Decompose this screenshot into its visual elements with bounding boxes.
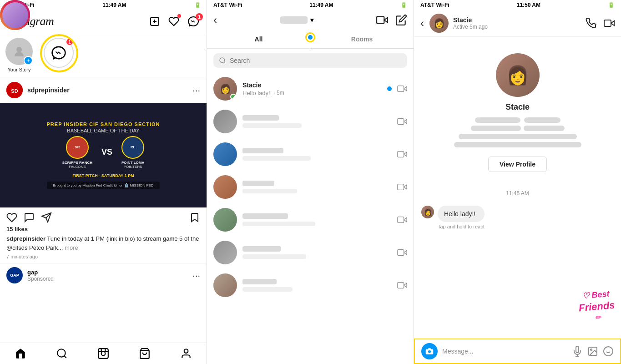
messages-tabs: All Rooms xyxy=(207,30,414,49)
svg-rect-19 xyxy=(377,16,384,23)
chat-back-button[interactable]: ‹ xyxy=(420,17,424,30)
team1-abbr: SR xyxy=(75,145,80,149)
sponsor-avatar-text: GAP xyxy=(10,273,19,278)
chat-message-avatar: 👩 xyxy=(421,206,434,218)
comment-button[interactable] xyxy=(24,212,35,223)
chat-tap-hint: Tap and hold to react xyxy=(438,224,485,229)
blur-6 xyxy=(454,142,581,147)
bookmark-button[interactable] xyxy=(189,212,200,223)
conversation-stacie[interactable]: 👩 Stacie Hello lady!! · 5m xyxy=(207,72,414,105)
conversation-4[interactable] xyxy=(207,171,414,203)
team2-name: POINT LOMA xyxy=(121,161,144,165)
chat-input-bar xyxy=(414,339,621,364)
msg-carrier: AT&T Wi-Fi xyxy=(213,2,242,8)
blur-5 xyxy=(459,134,577,139)
home-nav-button[interactable] xyxy=(15,348,26,359)
blur-row-1 xyxy=(475,117,560,123)
content-7 xyxy=(242,279,392,292)
chat-camera-button[interactable] xyxy=(421,343,438,359)
stacie-camera-icon[interactable] xyxy=(397,84,407,94)
chat-sticker-button[interactable] xyxy=(603,346,614,357)
preview-blur-6 xyxy=(242,254,306,259)
preview-blur-5 xyxy=(242,222,315,226)
chat-phone-button[interactable] xyxy=(586,18,596,29)
chat-panel: AT&T Wi-Fi 11:50 AM 🔋 ‹ 👩 Stacie Active … xyxy=(414,0,621,364)
msg-time: 11:49 AM xyxy=(309,2,333,8)
camera-icon-5[interactable] xyxy=(397,215,407,225)
chat-bubble[interactable]: Hello lady!! xyxy=(438,206,485,222)
stacie-avatar: 👩 xyxy=(213,77,237,101)
msg-video-button[interactable] xyxy=(376,14,388,26)
team1-name: SCRIPPS RANCH xyxy=(62,161,92,165)
content-4 xyxy=(242,181,392,193)
preview-blur-7 xyxy=(242,287,293,292)
chat-mic-button[interactable] xyxy=(572,346,583,357)
chat-battery: 🔋 xyxy=(608,2,615,8)
like-button[interactable] xyxy=(6,212,17,223)
conversation-2[interactable] xyxy=(207,105,414,138)
chat-user-info: Stacie Active 5m ago xyxy=(453,16,488,30)
tab-rooms[interactable]: Rooms xyxy=(310,30,414,48)
add-story-button[interactable]: + xyxy=(24,56,33,65)
camera-icon-2[interactable] xyxy=(397,116,407,126)
messenger-story-item[interactable]: 1 xyxy=(44,38,74,72)
chat-video-button[interactable] xyxy=(604,18,615,29)
preview-blur-3 xyxy=(242,156,311,161)
team1-logo: SR xyxy=(66,136,89,159)
camera-icon-4[interactable] xyxy=(397,182,407,192)
post-avatar: SD xyxy=(6,82,23,98)
conversation-5[interactable] xyxy=(207,203,414,236)
tab-all[interactable]: All xyxy=(207,30,310,48)
messages-header-center: ▾ xyxy=(280,16,313,24)
search-nav-button[interactable] xyxy=(56,348,68,359)
more-link[interactable]: more xyxy=(65,244,78,251)
conversation-6[interactable] xyxy=(207,236,414,269)
search-input[interactable] xyxy=(230,57,402,64)
conversation-3[interactable] xyxy=(207,138,414,171)
your-story-item[interactable]: + Your Story xyxy=(5,38,33,72)
chat-message-input[interactable] xyxy=(442,348,567,355)
camera-icon-3[interactable] xyxy=(397,149,407,159)
conversation-7[interactable] xyxy=(207,269,414,302)
feed-status-bar: AT&T Wi-Fi 11:49 AM 🔋 xyxy=(0,0,207,10)
messages-search-bar[interactable] xyxy=(213,53,407,68)
profile-nav-button[interactable] xyxy=(180,348,192,359)
team2-logo: PL xyxy=(121,136,144,159)
heart-button[interactable] xyxy=(168,16,179,27)
name-blur-6 xyxy=(242,246,281,252)
chat-username: Stacie xyxy=(453,16,488,24)
shop-nav-button[interactable] xyxy=(139,348,151,359)
sponsor-menu[interactable]: ··· xyxy=(192,270,200,281)
messenger-button[interactable]: 1 xyxy=(187,16,199,27)
msg-dropdown-icon[interactable]: ▾ xyxy=(310,16,313,24)
caption-username: sdprepinsider xyxy=(6,235,45,242)
blur-3 xyxy=(471,126,521,131)
svg-rect-27 xyxy=(398,250,404,256)
svg-rect-26 xyxy=(398,217,404,223)
stacie-online-indicator xyxy=(230,94,236,100)
reels-nav-button[interactable] xyxy=(97,348,109,359)
avatar-2 xyxy=(213,110,237,133)
avatar-3 xyxy=(213,142,237,166)
camera-icon-6[interactable] xyxy=(397,248,407,258)
post-menu-icon[interactable]: ··· xyxy=(192,85,200,96)
messages-list: 👩 Stacie Hello lady!! · 5m xyxy=(207,72,414,364)
chat-active-status: Active 5m ago xyxy=(453,24,488,30)
svg-point-36 xyxy=(604,347,613,356)
msg-compose-button[interactable] xyxy=(395,14,407,26)
messenger-badge: 1 xyxy=(196,13,203,20)
team2-abbr: PL xyxy=(131,145,135,149)
msg-back-button[interactable]: ‹ xyxy=(213,14,217,26)
camera-icon-7[interactable] xyxy=(397,280,407,290)
messages-panel: AT&T Wi-Fi 11:49 AM 🔋 ‹ ▾ xyxy=(207,0,414,364)
view-profile-button[interactable]: View Profile xyxy=(488,157,547,172)
post-actions-left xyxy=(6,212,52,223)
share-button[interactable] xyxy=(41,212,52,223)
post-image: PREP INSIDER CIF SAN DIEGO SECTION BASEB… xyxy=(0,103,207,207)
post-image-footer: Brought to you by Mission Fed Credit Uni… xyxy=(47,182,160,189)
add-post-button[interactable] xyxy=(149,16,160,27)
svg-marker-29 xyxy=(611,21,614,25)
post-header: SD sdprepinsider ··· xyxy=(0,77,207,103)
chat-gallery-button[interactable] xyxy=(587,346,598,357)
chat-profile-name: Stacie xyxy=(505,102,530,112)
